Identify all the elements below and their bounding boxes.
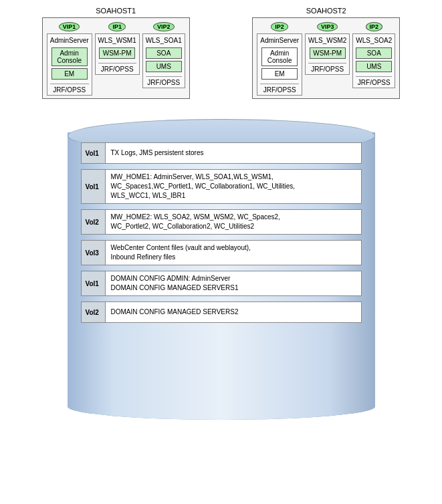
server-inner-0-0: AdminServerAdmin ConsoleEMJRF/OPSS [47,33,92,96]
box-0-1-0: WSM-PM [99,47,135,59]
server-name-1-2: WLS_SOA2 [356,37,392,44]
disk-rows: Vol1TX Logs, JMS persistent storesVol1MW… [81,142,362,323]
disk-row-4: Vol1DOMAIN CONFIG ADMIN: AdminServer DOM… [81,271,362,296]
disk-row-1: Vol1MW_HOME1: AdminServer, WLS_SOA1,WLS_… [81,169,362,204]
box-0-0-1: EM [51,68,88,80]
jrf-bar-1-0: JRF/OPSS [260,84,299,94]
host-label-1: SOAHOST2 [306,7,346,15]
server-name-1-1: WLS_WSM2 [308,37,346,44]
disk-row-0: Vol1TX Logs, JMS persistent stores [81,142,362,164]
badge-0-2: VIP2 [153,22,175,31]
badge-0-0: VIP1 [59,22,80,31]
server-inner-1-1: WLS_WSM2WSM-PMJRF/OPSS [305,33,350,75]
server-block-1-2: IP2WLS_SOA2SOAUMSJRF/OPSS [352,22,395,88]
server-inner-0-2: WLS_SOA1SOAUMSJRF/OPSS [142,33,185,88]
box-1-2-0: SOA [356,47,392,59]
server-block-1-1: VIP3WLS_WSM2WSM-PMJRF/OPSS [305,22,350,75]
vol-label-1: Vol1 [82,170,106,203]
box-1-0-1: EM [261,68,298,80]
box-1-2-1: UMS [356,61,392,72]
jrf-bar-1-2: JRF/OPSS [356,76,392,86]
badge-1-0: IP2 [271,22,288,31]
disk-content-0: TX Logs, JMS persistent stores [106,143,361,163]
server-name-0-1: WLS_WSM1 [98,37,136,44]
jrf-bar-0-2: JRF/OPSS [146,76,182,86]
server-inner-0-1: WLS_WSM1WSM-PMJRF/OPSS [95,33,140,75]
vol-label-4: Vol1 [82,271,106,295]
badge-1-1: VIP3 [317,22,338,31]
box-1-0-0: Admin Console [261,47,298,66]
vol-label-3: Vol3 [82,241,106,265]
disk-row-5: Vol2DOMAIN CONFIG MANAGED SERVERS2 [81,301,362,323]
server-block-1-0: IP2AdminServerAdmin ConsoleEMJRF/OPSS [257,22,302,96]
server-diagram: SOAHOST1VIP1AdminServerAdmin ConsoleEMJR… [0,0,442,106]
server-name-0-0: AdminServer [50,37,89,44]
disk-content-1: MW_HOME1: AdminServer, WLS_SOA1,WLS_WSM1… [106,170,361,203]
server-name-0-2: WLS_SOA1 [146,37,182,44]
box-0-2-1: UMS [146,61,182,72]
server-block-0-2: VIP2WLS_SOA1SOAUMSJRF/OPSS [142,22,185,88]
server-inner-1-2: WLS_SOA2SOAUMSJRF/OPSS [352,33,395,88]
jrf-bar-0-0: JRF/OPSS [50,84,89,94]
storage-diagram: Vol1TX Logs, JMS persistent storesVol1MW… [0,112,442,420]
box-0-0-0: Admin Console [51,47,88,66]
server-name-1-0: AdminServer [260,37,299,44]
server-block-0-1: IP1WLS_WSM1WSM-PMJRF/OPSS [95,22,140,75]
jrf-bar-1-1: JRF/OPSS [308,63,346,73]
host-box-0: VIP1AdminServerAdmin ConsoleEMJRF/OPSSIP… [42,17,190,99]
disk-content-5: DOMAIN CONFIG MANAGED SERVERS2 [106,302,361,322]
vol-label-0: Vol1 [82,143,106,163]
host-label-0: SOAHOST1 [96,7,136,15]
badge-0-1: IP1 [108,22,126,31]
server-inner-1-0: AdminServerAdmin ConsoleEMJRF/OPSS [257,33,302,96]
vol-label-2: Vol2 [82,210,106,234]
host-group-1: SOAHOST2IP2AdminServerAdmin ConsoleEMJRF… [252,7,400,99]
box-0-2-0: SOA [146,47,182,59]
disk-row-3: Vol3WebCenter Content files (vault and w… [81,240,362,265]
disk-content-3: WebCenter Content files (vault and webla… [106,241,361,265]
cylinder: Vol1TX Logs, JMS persistent storesVol1MW… [47,112,395,420]
server-block-0-0: VIP1AdminServerAdmin ConsoleEMJRF/OPSS [47,22,92,96]
badge-1-2: IP2 [366,22,383,31]
box-1-1-0: WSM-PM [310,47,346,59]
vol-label-5: Vol2 [82,302,106,322]
disk-content-2: MW_HOME2: WLS_SOA2, WSM_WSM2, WC_Spaces2… [106,210,361,234]
disk-row-2: Vol2MW_HOME2: WLS_SOA2, WSM_WSM2, WC_Spa… [81,209,362,235]
disk-content-4: DOMAIN CONFIG ADMIN: AdminServer DOMAIN … [106,271,361,295]
host-group-0: SOAHOST1VIP1AdminServerAdmin ConsoleEMJR… [42,7,190,99]
host-box-1: IP2AdminServerAdmin ConsoleEMJRF/OPSSVIP… [252,17,400,99]
jrf-bar-0-1: JRF/OPSS [98,63,136,73]
